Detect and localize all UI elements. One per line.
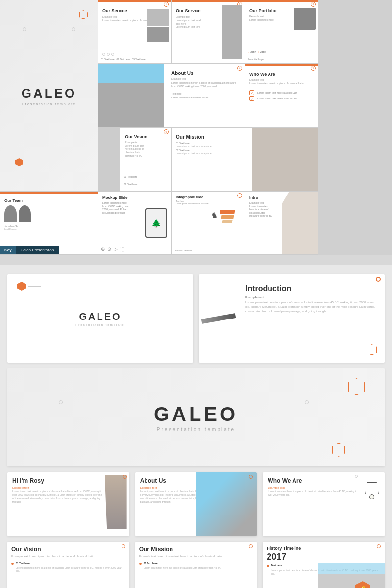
about-us-slide: About Us Example text Lorem ipsum text h… <box>135 472 257 536</box>
history-timeline-slide: 🔑 History Timeline 2017 Text here Lorem … <box>263 542 385 588</box>
slide-title: Our Team <box>4 198 94 203</box>
who-sample: Example text <box>268 486 380 489</box>
slide-text: Example textLorem ipsum texthere in a pi… <box>249 201 314 218</box>
vision-title: Our Vision <box>11 546 125 553</box>
vision-sample-text: Example text Lorem ipsum text here in a … <box>11 555 125 559</box>
slide-about: 4 About Us Example textLorem ipsum text … <box>98 64 245 127</box>
slide-title: Our Mission <box>176 134 245 140</box>
small-galeo-slide: GALEO Presentation template <box>7 274 193 363</box>
introduction-slide: Introduction Example text Lorem ipsum te… <box>199 274 385 363</box>
slide-mission: 7 Our Mission 01 Text hereLorem ipsum te… <box>172 127 318 191</box>
mission-item-1: 01 Text here <box>139 562 253 565</box>
vision-item-1-label: 01 Text here <box>16 562 30 564</box>
bottom-row-4: Our Vision Example text Lorem ipsum text… <box>7 542 385 588</box>
main-cover-title: GALEO <box>154 403 238 425</box>
timeline-text-label: Text here <box>271 564 282 567</box>
cover-slide: GALEO Presentation template <box>0 0 98 191</box>
slide-number: 3 <box>311 2 316 7</box>
who-body: Lorem ipsum text here in a piece of clas… <box>268 490 380 497</box>
slide-mockup: Mockup Slide Lorem ipsum text herefrom 4… <box>98 191 172 255</box>
slide-text-2: 02 Text hereLorem ipsum text here in a p… <box>176 149 245 155</box>
who-we-are-slide-bottom: Who We Are Example text Lorem ipsum text… <box>263 472 385 536</box>
slide-title: Infographic slide <box>176 196 241 199</box>
slide-title: Intro <box>249 196 314 200</box>
big-cover-slide: GALEO Presentation template <box>7 368 385 466</box>
slide-number: 4 <box>237 66 242 71</box>
main-cover-subtitle: Presentation template <box>154 427 238 432</box>
key-tag: Key Galeo Presentation <box>0 246 59 254</box>
slide-title: Mockup Slide <box>102 196 167 200</box>
intro-body: Lorem ipsum text here in a piece of clas… <box>245 300 377 314</box>
our-vision-slide: Our Vision Example text Lorem ipsum text… <box>7 542 129 588</box>
mission-title: Our Mission <box>139 546 253 553</box>
vision-item-1-body: Lorem ipsum text here in a piece of clas… <box>16 566 125 573</box>
slide-team: Our Team Jonathan Se... Lead Designer Ke… <box>0 191 98 255</box>
top-section: GALEO Presentation template 1 Our Servic… <box>0 0 392 255</box>
checkmark-icon: ✓ <box>249 96 254 101</box>
slide-text: Example textLorem ipsum text here in a p… <box>249 78 314 89</box>
slide-service-2: 2 Our Service Example textLorem ipsum te… <box>172 0 245 64</box>
slide-portfolio: 3 Our Portfolio Example textLorem ipsum … <box>245 0 318 64</box>
slide-text: 01 Text hereLorem ipsum text here in a p… <box>176 142 245 147</box>
bottom-row-3: Hi I'm Rosy Example text Lorem ipsum tex… <box>7 472 385 536</box>
mission-sample-text: Example text Lorem ipsum text here in a … <box>139 555 253 559</box>
slide-who-we-are: 5 Who We Are Example textLorem ipsum tex… <box>245 64 318 127</box>
cover-subtitle: Presentation template <box>22 102 76 106</box>
slide-vision: 6 Our Vision Example textLorem ipsum tex… <box>98 127 172 191</box>
section-divider <box>0 255 392 265</box>
slide-text: Example textLorem ipsum text here in a p… <box>172 77 241 99</box>
team-role: Lead Designer <box>4 228 94 230</box>
galeo-title-small: GALEO <box>79 311 121 322</box>
hi-rosy-slide: Hi I'm Rosy Example text Lorem ipsum tex… <box>7 472 129 536</box>
slide-title: Our Vision <box>125 134 167 139</box>
slide-infographic: 10 Infographic slide Text hereLorem ipsu… <box>172 191 245 255</box>
slide-number: 1 <box>164 2 169 7</box>
galeo-subtitle-small: Presentation template <box>75 323 124 326</box>
cover-title: GALEO <box>22 86 76 101</box>
intro-title: Introduction <box>245 284 377 293</box>
who-title: Who We Are <box>268 477 380 484</box>
checkmark-icon: ✓ <box>249 90 254 95</box>
check-text: Lorem ipsum text here classical Latin <box>257 97 297 100</box>
vision-item-1: 01 Text here <box>11 562 125 565</box>
slide-number: 6 <box>164 129 169 134</box>
intro-sample: Example text <box>245 296 377 299</box>
key-label: Key <box>0 246 16 254</box>
slide-intro: 11 Intro Example textLorem ipsum texther… <box>245 191 318 255</box>
timeline-year: 2017 <box>267 552 381 562</box>
key-value: Galeo Presentation <box>16 246 59 254</box>
our-mission-slide: Our Mission Example text Lorem ipsum tex… <box>135 542 257 588</box>
slide-number: 10 <box>237 193 242 198</box>
timeline-title: History Timeline <box>267 546 381 551</box>
bottom-row-1: GALEO Presentation template Introduction… <box>7 274 385 363</box>
mission-item-1-body: Lorem ipsum text here in a piece of clas… <box>144 566 253 570</box>
slide-service-1: 1 Our Service Example textLorem ipsum te… <box>98 0 172 64</box>
mission-item-1-label: 01 Text here <box>144 562 158 564</box>
slide-text: Example textLorem ipsum texthere in a pi… <box>125 141 167 158</box>
check-text: Lorem ipsum text here classical Latin <box>257 91 297 94</box>
bottom-section: GALEO Presentation template Introduction… <box>0 265 392 588</box>
slide-title: Who We Are <box>249 72 314 77</box>
slide-title: About Us <box>172 71 241 76</box>
slide-number: 5 <box>311 66 316 71</box>
